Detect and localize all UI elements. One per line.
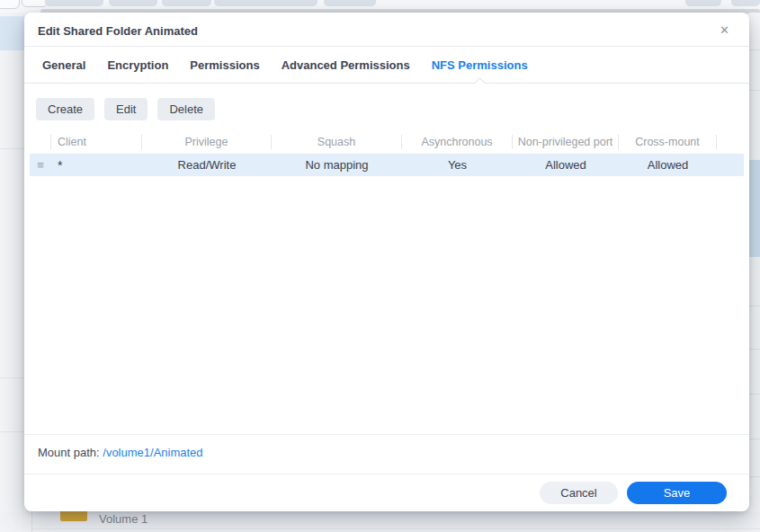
nfs-rules-table: Client Privilege Squash Asynchronous Non…	[30, 131, 744, 176]
background-row-divider	[749, 349, 760, 350]
background-toolbar-button	[685, 0, 721, 6]
background-window-corner	[0, 0, 20, 9]
background-toolbar-button	[45, 0, 103, 6]
background-list-left-edge	[0, 13, 24, 532]
background-toolbar-button	[162, 0, 211, 6]
background-row-divider	[0, 431, 24, 432]
dialog-tabs: General Encryption Permissions Advanced …	[24, 47, 749, 84]
dialog-footer: Cancel Save	[24, 474, 749, 511]
background-row-divider	[0, 377, 24, 378]
create-button[interactable]: Create	[36, 98, 94, 120]
edit-button[interactable]: Edit	[104, 98, 148, 120]
header-client[interactable]: Client	[51, 135, 142, 149]
tab-encryption[interactable]: Encryption	[107, 47, 168, 83]
header-squash[interactable]: Squash	[272, 135, 402, 149]
edit-shared-folder-dialog: Edit Shared Folder Animated ✕ General En…	[24, 13, 749, 511]
cell-client: *	[51, 158, 142, 173]
dialog-header: Edit Shared Folder Animated ✕	[24, 13, 749, 47]
cell-asynchronous: Yes	[402, 158, 513, 172]
background-row-divider	[31, 528, 760, 529]
tab-general[interactable]: General	[42, 47, 85, 83]
background-row-divider	[749, 90, 760, 91]
background-row-divider	[0, 148, 24, 149]
delete-button[interactable]: Delete	[157, 98, 215, 120]
cell-privilege: Read/Write	[142, 158, 272, 172]
tab-advanced-permissions[interactable]: Advanced Permissions	[282, 47, 410, 83]
background-toolbar-button	[109, 0, 157, 6]
tab-nfs-permissions[interactable]: NFS Permissions	[432, 47, 528, 83]
save-button[interactable]: Save	[627, 482, 727, 504]
background-row-divider	[749, 306, 760, 306]
background-row-divider	[749, 394, 760, 395]
table-row[interactable]: ≡ * Read/Write No mapping Yes Allowed Al…	[30, 154, 744, 176]
background-row-divider	[749, 439, 760, 439]
nfs-toolbar: Create Edit Delete	[36, 98, 749, 120]
close-icon[interactable]: ✕	[720, 23, 729, 37]
cell-cross-mount: Allowed	[619, 158, 717, 172]
header-cross-mount[interactable]: Cross-mount	[619, 135, 717, 149]
mount-path-label: Mount path:	[38, 446, 103, 459]
header-filler	[717, 135, 744, 149]
background-list-right-edge	[749, 13, 760, 532]
cell-non-privileged-port: Allowed	[513, 158, 619, 172]
cell-squash: No mapping	[272, 158, 402, 172]
header-privilege[interactable]: Privilege	[142, 135, 272, 149]
mount-path-link[interactable]: /volume1/Animated	[103, 446, 202, 459]
mount-path: Mount path: /volume1/Animated	[38, 446, 203, 459]
background-toolbar-button	[731, 0, 760, 6]
mount-path-divider	[24, 434, 749, 435]
background-toolbar-button	[214, 0, 317, 6]
header-asynchronous[interactable]: Asynchronous	[402, 135, 513, 149]
background-toolbar-button	[324, 0, 376, 6]
background-volume-label: Volume 1	[99, 512, 148, 526]
cancel-button[interactable]: Cancel	[540, 482, 618, 504]
background-selected-row	[749, 160, 760, 257]
drag-handle-icon[interactable]: ≡	[30, 158, 51, 172]
background-row-divider	[749, 49, 760, 50]
tab-permissions[interactable]: Permissions	[190, 47, 259, 83]
header-non-privileged-port[interactable]: Non-privileged port	[513, 135, 619, 149]
background-selected-row	[0, 16, 24, 50]
header-handle-column	[30, 135, 51, 149]
table-header-row: Client Privilege Squash Asynchronous Non…	[30, 131, 744, 153]
dialog-title: Edit Shared Folder Animated	[38, 24, 198, 38]
background-row-divider	[749, 476, 760, 477]
